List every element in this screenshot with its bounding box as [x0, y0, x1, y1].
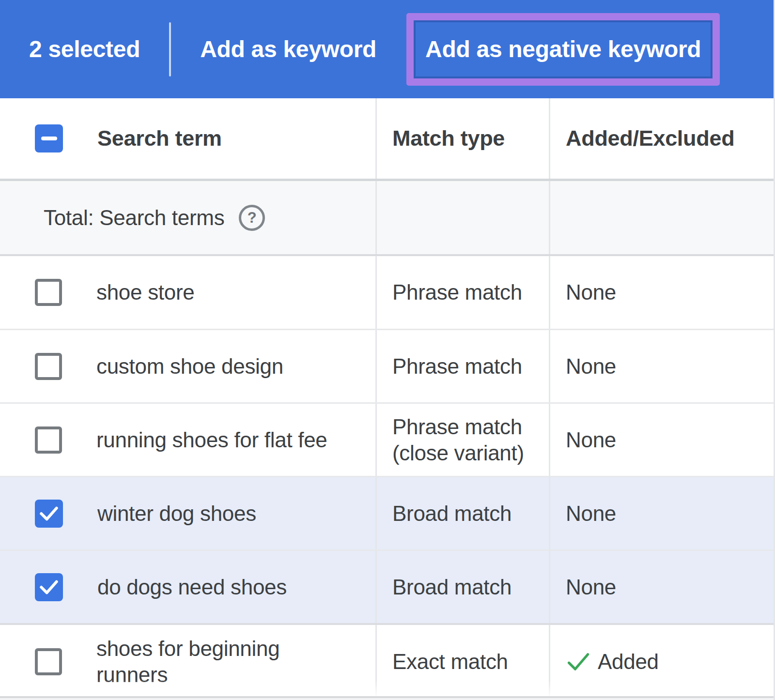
added-excluded-cell-text: None — [566, 279, 616, 305]
added-excluded-cell: None — [549, 404, 774, 476]
match-type-column-header: Match type — [392, 125, 505, 152]
bottom-edge — [0, 698, 774, 700]
search-term-cell: do dogs need shoes — [0, 551, 375, 623]
added-excluded-cell-text: None — [566, 574, 616, 600]
search-term-cell: shoe store — [0, 256, 375, 329]
match-type-cell: Exact match — [375, 625, 549, 698]
search-term-cell: custom shoe design — [0, 330, 375, 402]
search-term-cell: shoes for beginning runners — [0, 625, 375, 698]
row-checkbox[interactable] — [35, 426, 62, 454]
table-row: shoe store Phrase match None — [0, 256, 774, 329]
added-excluded-cell: None — [549, 551, 774, 623]
indeterminate-minus-icon — [41, 137, 57, 140]
row-checkbox[interactable] — [35, 279, 62, 306]
add-as-keyword-button[interactable]: Add as keyword — [200, 36, 376, 62]
checkmark-icon — [39, 578, 59, 596]
match-type-cell: Broad match — [375, 551, 549, 623]
selected-count: 2 selected — [29, 36, 140, 62]
checkmark-icon — [39, 505, 59, 522]
search-term-cell-text: shoe store — [96, 279, 194, 305]
table-row: running shoes for flat fee Phrase match … — [0, 402, 774, 476]
match-type-header-cell[interactable]: Match type — [375, 98, 549, 179]
added-excluded-cell: Added — [549, 625, 774, 698]
added-checkmark-icon — [566, 651, 591, 672]
added-excluded-cell-text: Added — [598, 649, 659, 675]
add-as-negative-keyword-button[interactable]: Add as negative keyword — [425, 36, 701, 62]
search-term-cell: winter dog shoes — [0, 477, 375, 549]
match-type-cell-text: Phrase match (close variant) — [392, 414, 549, 466]
row-checkbox[interactable] — [35, 573, 63, 601]
row-checkbox[interactable] — [35, 353, 62, 380]
added-excluded-column-header: Added/Excluded — [566, 125, 734, 152]
match-type-cell: Phrase match — [375, 330, 549, 402]
annotation-highlight-box: Add as negative keyword — [406, 13, 720, 86]
row-checkbox[interactable] — [35, 500, 63, 528]
table-row: shoes for beginning runners Exact match … — [0, 623, 774, 698]
row-checkbox[interactable] — [35, 648, 62, 675]
match-type-cell: Phrase match (close variant) — [375, 404, 549, 476]
search-term-cell-text: running shoes for flat fee — [96, 427, 327, 453]
match-type-cell-text: Broad match — [392, 501, 512, 527]
table-row: do dogs need shoes Broad match None — [0, 549, 774, 623]
search-term-cell: running shoes for flat fee — [0, 404, 375, 476]
search-terms-report: 2 selected Add as keyword Add as negativ… — [0, 0, 775, 700]
search-term-cell-text: do dogs need shoes — [97, 574, 287, 600]
search-term-header-cell: Search term — [0, 98, 375, 179]
added-excluded-cell: None — [549, 477, 774, 549]
total-match-type-cell — [375, 181, 549, 254]
question-mark-circle-icon[interactable]: ? — [239, 205, 265, 231]
match-type-cell-text: Phrase match — [392, 279, 522, 305]
select-all-checkbox[interactable] — [35, 124, 63, 152]
match-type-cell-text: Exact match — [392, 649, 508, 675]
match-type-cell: Phrase match — [375, 256, 549, 329]
toolbar-divider — [169, 22, 171, 76]
added-excluded-header-cell[interactable]: Added/Excluded — [549, 98, 774, 179]
match-type-cell: Broad match — [375, 477, 549, 549]
added-excluded-cell-text: None — [566, 353, 616, 380]
total-row: Total: Search terms ? — [0, 179, 774, 256]
match-type-cell-text: Phrase match — [392, 353, 522, 380]
selection-toolbar: 2 selected Add as keyword Add as negativ… — [0, 0, 774, 98]
table-body: shoe store Phrase match None custom shoe… — [0, 256, 774, 698]
added-excluded-cell: None — [549, 330, 774, 402]
total-label-cell: Total: Search terms ? — [0, 181, 375, 254]
table-row: custom shoe design Phrase match None — [0, 329, 774, 402]
total-added-cell — [549, 181, 774, 254]
search-term-cell-text: shoes for beginning runners — [96, 636, 348, 688]
table-row: winter dog shoes Broad match None — [0, 476, 774, 549]
total-label: Total: Search terms — [44, 205, 224, 231]
added-excluded-cell-text: None — [566, 501, 616, 527]
added-excluded-cell: None — [549, 256, 774, 329]
table-header-row: Search term Match type Added/Excluded — [0, 98, 774, 179]
match-type-cell-text: Broad match — [392, 574, 512, 600]
search-term-cell-text: custom shoe design — [96, 353, 283, 380]
added-excluded-cell-text: None — [566, 427, 616, 453]
search-term-cell-text: winter dog shoes — [97, 501, 256, 527]
search-term-column-header[interactable]: Search term — [97, 125, 222, 152]
